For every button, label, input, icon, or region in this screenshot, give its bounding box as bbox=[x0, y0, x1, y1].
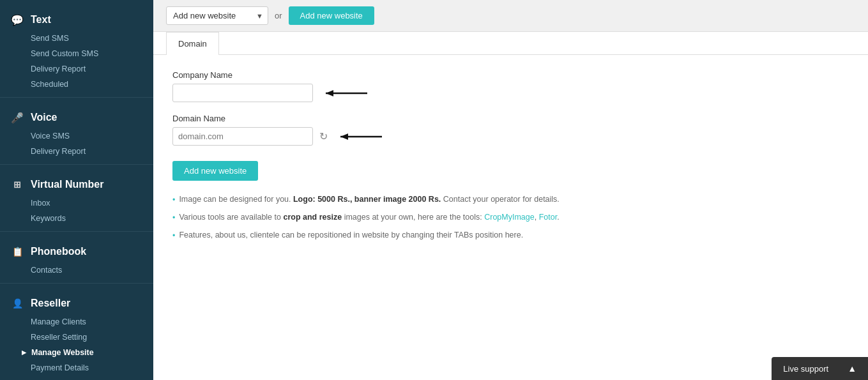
svg-marker-1 bbox=[326, 90, 333, 96]
info-item-2-text: Various tools are available to crop and … bbox=[179, 211, 559, 224]
tab-bar: Domain bbox=[153, 32, 868, 55]
sidebar-item-payment-details[interactable]: Payment Details bbox=[0, 360, 153, 376]
live-support-label: Live support bbox=[783, 364, 828, 374]
sidebar-item-voice-delivery-report[interactable]: Delivery Report bbox=[0, 144, 153, 159]
sidebar-item-contacts[interactable]: Contacts bbox=[0, 262, 153, 278]
sidebar-heading-reseller-label: Reseller bbox=[31, 298, 70, 309]
sidebar-item-send-custom-sms[interactable]: Send Custom SMS bbox=[0, 46, 153, 61]
sidebar-item-text-delivery-report[interactable]: Delivery Report bbox=[0, 61, 153, 77]
sidebar-section-virtual-number: ⊞ Virtual Number Inbox Keywords bbox=[0, 165, 153, 232]
sidebar-heading-virtual-number[interactable]: ⊞ Virtual Number bbox=[0, 172, 153, 195]
sidebar-item-inbox[interactable]: Inbox bbox=[0, 195, 153, 211]
or-label: or bbox=[275, 11, 282, 20]
company-name-group: Company Name bbox=[172, 70, 849, 102]
sidebar-heading-reseller[interactable]: 👤 Reseller bbox=[0, 291, 153, 314]
company-name-input[interactable] bbox=[172, 84, 313, 102]
sidebar-section-voice: 🎤 Voice Voice SMS Delivery Report bbox=[0, 98, 153, 165]
sidebar: 💬 Text Send SMS Send Custom SMS Delivery… bbox=[0, 0, 153, 380]
domain-name-label: Domain Name bbox=[172, 114, 849, 123]
tab-domain[interactable]: Domain bbox=[166, 32, 219, 55]
domain-name-input[interactable] bbox=[172, 127, 313, 146]
content-area: Domain Company Name Doma bbox=[153, 32, 868, 380]
domain-name-arrow bbox=[334, 129, 385, 144]
sidebar-item-voice-sms[interactable]: Voice SMS bbox=[0, 128, 153, 144]
user-icon: 👤 bbox=[10, 296, 24, 310]
sidebar-heading-text-label: Text bbox=[31, 14, 51, 26]
sidebar-heading-voice-label: Voice bbox=[31, 112, 57, 123]
form-add-website-button[interactable]: Add new website bbox=[172, 161, 258, 181]
company-name-label: Company Name bbox=[172, 70, 849, 80]
info-item-1-text: Image can be designed for you. Logo: 500… bbox=[179, 194, 559, 206]
sidebar-item-reseller-setting[interactable]: Reseller Setting bbox=[0, 330, 153, 345]
info-list: Image can be designed for you. Logo: 500… bbox=[172, 194, 849, 241]
add-website-select-wrapper: Add new website ▼ bbox=[166, 6, 268, 25]
main-area: Add new website ▼ or Add new website Dom… bbox=[153, 0, 868, 380]
company-name-row bbox=[172, 84, 849, 102]
info-item-3: Features, about us, clientele can be rep… bbox=[172, 229, 849, 242]
sidebar-item-keywords[interactable]: Keywords bbox=[0, 211, 153, 226]
sidebar-heading-virtual-number-label: Virtual Number bbox=[31, 179, 103, 190]
crop-my-image-link[interactable]: CropMyImage bbox=[484, 213, 535, 222]
form-area: Company Name Domain Name ↻ bbox=[153, 55, 868, 262]
info-item-2: Various tools are available to crop and … bbox=[172, 211, 849, 224]
topbar: Add new website ▼ or Add new website bbox=[153, 0, 868, 32]
phonebook-icon: 📋 bbox=[10, 245, 24, 259]
info-item-3-text: Features, about us, clientele can be rep… bbox=[179, 229, 523, 241]
domain-name-group: Domain Name ↻ bbox=[172, 114, 849, 146]
info-item-1: Image can be designed for you. Logo: 500… bbox=[172, 194, 849, 206]
topbar-add-website-button[interactable]: Add new website bbox=[289, 6, 374, 25]
refresh-icon[interactable]: ↻ bbox=[319, 130, 328, 142]
add-website-select[interactable]: Add new website bbox=[166, 6, 268, 25]
mic-icon: 🎤 bbox=[10, 110, 24, 125]
sidebar-item-manage-website[interactable]: Manage Website bbox=[0, 345, 153, 360]
sidebar-section-text: 💬 Text Send SMS Send Custom SMS Delivery… bbox=[0, 0, 153, 98]
sidebar-heading-phonebook[interactable]: 📋 Phonebook bbox=[0, 239, 153, 262]
sidebar-item-scheduled[interactable]: Scheduled bbox=[0, 77, 153, 92]
sidebar-item-send-sms[interactable]: Send SMS bbox=[0, 31, 153, 46]
live-support-bar[interactable]: Live support ▲ bbox=[772, 357, 868, 380]
sidebar-section-phonebook: 📋 Phonebook Contacts bbox=[0, 232, 153, 284]
sidebar-section-reseller: 👤 Reseller Manage Clients Reseller Setti… bbox=[0, 284, 153, 380]
company-name-arrow-indicator bbox=[319, 86, 370, 101]
sidebar-heading-phonebook-label: Phonebook bbox=[31, 246, 86, 257]
chat-icon: 💬 bbox=[10, 13, 24, 27]
grid-icon: ⊞ bbox=[10, 178, 24, 192]
domain-name-arrow-indicator bbox=[334, 129, 385, 144]
sidebar-heading-text[interactable]: 💬 Text bbox=[0, 8, 153, 31]
svg-marker-3 bbox=[340, 133, 348, 140]
sidebar-heading-voice[interactable]: 🎤 Voice bbox=[0, 105, 153, 128]
live-support-chevron-icon: ▲ bbox=[848, 363, 857, 374]
domain-name-row: ↻ bbox=[172, 127, 849, 146]
company-name-arrow bbox=[319, 86, 370, 101]
fotor-link[interactable]: Fotor bbox=[539, 213, 558, 222]
sidebar-item-manage-clients[interactable]: Manage Clients bbox=[0, 314, 153, 330]
